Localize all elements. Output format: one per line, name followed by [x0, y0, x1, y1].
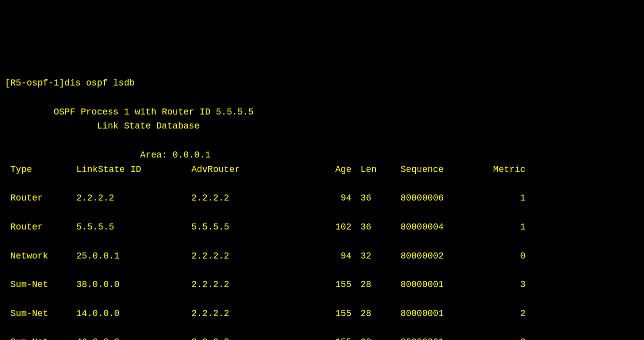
cell-len: 36: [351, 191, 390, 206]
cell-type: Router: [11, 191, 66, 206]
cell-adv: 2.2.2.2: [191, 306, 316, 321]
cell-type: Network: [11, 249, 66, 264]
table-row: Router 2.2.2.22.2.2.29436800000061: [5, 191, 639, 206]
col-header-lsid: LinkState ID: [76, 162, 191, 177]
cell-age: 94: [316, 191, 351, 206]
cell-seq: 80000002: [390, 249, 470, 264]
cell-seq: 80000004: [390, 220, 470, 234]
cell-len: 36: [351, 220, 390, 234]
cell-type: Router: [11, 220, 66, 234]
cell-len: 28: [351, 306, 390, 321]
command: dis ospf lsdb: [65, 78, 135, 88]
prompt: [R5-ospf-1]: [5, 78, 65, 88]
cell-metric: 1: [470, 220, 525, 234]
cell-adv: 2.2.2.2: [191, 278, 316, 292]
table-row: Network 25.0.0.12.2.2.29432800000020: [5, 249, 639, 264]
cell-lsid: 14.0.0.0: [76, 306, 191, 321]
cell-type: Sum-Net: [11, 306, 66, 321]
cell-seq: 80000006: [390, 191, 470, 206]
cell-metric: 3: [470, 335, 525, 340]
blank-line: [5, 136, 11, 146]
cell-metric: 2: [470, 306, 525, 321]
table-row: Router 5.5.5.55.5.5.510236800000041: [5, 220, 639, 234]
cell-len: 32: [351, 249, 390, 264]
lsdb-header: Link State Database: [5, 121, 200, 131]
cell-len: 28: [351, 335, 390, 340]
cell-lsid: 38.0.0.0: [76, 278, 191, 292]
cell-lsid: 46.0.0.0: [76, 335, 191, 340]
table-row: Sum-Net 38.0.0.02.2.2.215528800000013: [5, 278, 639, 292]
table-row: Sum-Net 46.0.0.02.2.2.215528800000013: [5, 335, 639, 340]
prompt-line: [R5-ospf-1]dis ospf lsdb: [5, 78, 135, 88]
cell-metric: 1: [470, 191, 525, 206]
terminal-output[interactable]: [R5-ospf-1]dis ospf lsdb OSPF Process 1 …: [5, 78, 639, 340]
cell-age: 155: [316, 278, 351, 292]
cell-age: 94: [316, 249, 351, 264]
table-header-row: Type LinkState IDAdvRouterAgeLenSequence…: [5, 162, 639, 177]
cell-adv: 2.2.2.2: [191, 191, 316, 206]
cell-type: Sum-Net: [11, 335, 66, 340]
cell-adv: 2.2.2.2: [191, 335, 316, 340]
cell-seq: 80000001: [390, 335, 470, 340]
cell-metric: 0: [470, 249, 525, 264]
col-header-age: Age: [316, 162, 351, 177]
cell-seq: 80000001: [390, 306, 470, 321]
ospf-process-header: OSPF Process 1 with Router ID 5.5.5.5: [5, 107, 254, 117]
cell-type: Sum-Net: [11, 278, 66, 292]
cell-len: 28: [351, 278, 390, 292]
cell-lsid: 2.2.2.2: [76, 191, 191, 206]
table-row: Sum-Net 14.0.0.02.2.2.215528800000012: [5, 306, 639, 321]
col-header-adv: AdvRouter: [191, 162, 316, 177]
col-header-seq: Sequence: [390, 162, 470, 177]
col-header-type: Type: [11, 162, 66, 177]
area-table-body: Router 2.2.2.22.2.2.29436800000061 Route…: [5, 191, 639, 340]
cell-age: 155: [316, 335, 351, 340]
cell-age: 155: [316, 306, 351, 321]
cell-lsid: 5.5.5.5: [76, 220, 191, 234]
cell-seq: 80000001: [390, 278, 470, 292]
cell-adv: 2.2.2.2: [191, 249, 316, 264]
col-header-len: Len: [351, 162, 390, 177]
cell-age: 102: [316, 220, 351, 234]
cell-metric: 3: [470, 278, 525, 292]
cell-lsid: 25.0.0.1: [76, 249, 191, 264]
area-id-label: Area: 0.0.0.1: [5, 150, 210, 160]
cell-adv: 5.5.5.5: [191, 220, 316, 234]
blank-line: [5, 92, 11, 102]
col-header-metric: Metric: [470, 162, 525, 177]
